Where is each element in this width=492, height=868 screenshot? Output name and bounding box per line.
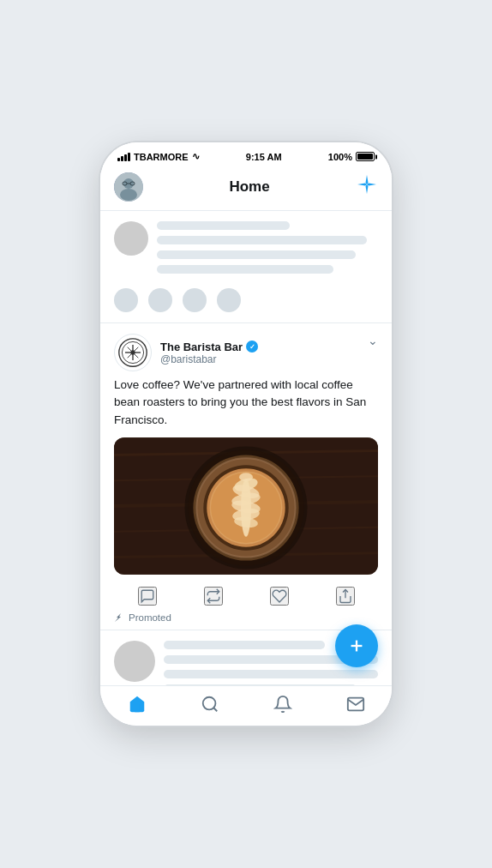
battery-percent: 100% — [328, 152, 352, 162]
feed-scroll[interactable]: The Barista Bar ✓ @baristabar ⌄ Love cof… — [100, 211, 392, 685]
nav-messages[interactable] — [346, 695, 365, 714]
user-avatar[interactable] — [114, 172, 143, 202]
like-icon — [272, 588, 287, 604]
promoted-tweet-card: The Barista Bar ✓ @baristabar ⌄ Love cof… — [100, 323, 392, 630]
skeleton-avatar-1 — [114, 221, 148, 256]
skeleton-card-top — [100, 211, 392, 323]
sparkle-icon[interactable] — [356, 173, 378, 201]
svg-point-12 — [130, 350, 135, 354]
tweet-text: Love coffee? We've partnered with local … — [114, 377, 378, 429]
skeleton-actions-1 — [114, 288, 378, 312]
tweet-actions — [114, 583, 378, 609]
notifications-icon — [273, 695, 292, 714]
compose-fab[interactable] — [335, 624, 378, 667]
promoted-label: Promoted — [114, 612, 378, 623]
like-button[interactable] — [270, 587, 289, 606]
tweet-image — [114, 437, 378, 575]
signal-bars-icon — [117, 153, 130, 161]
messages-icon — [346, 695, 365, 714]
nav-search[interactable] — [201, 695, 219, 714]
search-icon — [201, 695, 219, 714]
wifi-icon: ∿ — [192, 151, 200, 162]
svg-line-40 — [213, 708, 217, 711]
tweet-display-name: The Barista Bar ✓ — [160, 341, 258, 353]
skeleton-avatar-2 — [114, 641, 155, 682]
barista-logo-svg — [117, 337, 148, 368]
tweet-header: The Barista Bar ✓ @baristabar ⌄ — [114, 334, 378, 371]
page-title: Home — [229, 178, 269, 196]
avatar-svg — [114, 172, 143, 202]
nav-notifications[interactable] — [273, 695, 292, 714]
retweet-icon — [206, 588, 221, 604]
status-right: 100% — [328, 152, 375, 162]
tweet-name-block: The Barista Bar ✓ @baristabar — [160, 341, 258, 365]
share-button[interactable] — [336, 587, 355, 606]
status-bar: TBARMORE ∿ 9:15 AM 100% — [100, 142, 392, 166]
tweet-user-info: The Barista Bar ✓ @baristabar — [114, 334, 258, 371]
svg-point-34 — [239, 473, 253, 481]
verified-badge: ✓ — [246, 341, 258, 353]
battery-icon — [356, 152, 375, 161]
skeleton-lines-1 — [157, 221, 378, 280]
reply-icon — [140, 588, 155, 604]
svg-point-2 — [120, 189, 137, 201]
bottom-navigation — [100, 685, 392, 726]
coffee-art-svg — [114, 437, 378, 575]
retweet-button[interactable] — [204, 587, 223, 606]
home-icon — [128, 695, 147, 714]
sparkle-svg — [356, 173, 378, 196]
app-header: Home — [100, 166, 392, 211]
compose-icon — [347, 636, 366, 655]
reply-button[interactable] — [138, 587, 157, 606]
time-label: 9:15 AM — [246, 152, 282, 162]
tweet-handle: @baristabar — [160, 353, 258, 365]
tweet-menu-button[interactable]: ⌄ — [368, 334, 378, 347]
nav-home[interactable] — [128, 695, 147, 714]
status-left: TBARMORE ∿ — [117, 151, 200, 162]
carrier-label: TBARMORE — [134, 152, 189, 162]
promoted-icon — [114, 612, 124, 623]
barista-avatar[interactable] — [114, 334, 152, 371]
share-icon — [338, 588, 353, 604]
svg-point-39 — [202, 697, 215, 710]
phone-frame: TBARMORE ∿ 9:15 AM 100% Home — [100, 142, 392, 726]
